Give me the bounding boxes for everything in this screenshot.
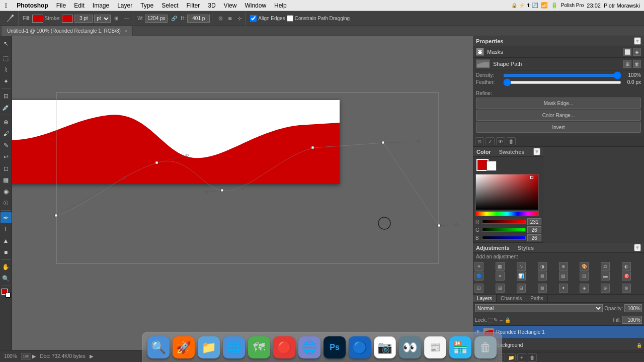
- path-arrange-icon[interactable]: ⊹: [235, 15, 244, 22]
- selective-color-icon[interactable]: 🎯: [622, 272, 631, 281]
- close-tab-icon[interactable]: ×: [125, 26, 127, 36]
- menu-layer[interactable]: Layer: [113, 0, 136, 11]
- align-edges-checkbox[interactable]: [250, 15, 257, 22]
- lock-transparent-icon[interactable]: ⬚: [488, 317, 493, 323]
- blend-mode-select[interactable]: NormalMultiplyScreen: [475, 304, 603, 312]
- crop-tool[interactable]: ⊡: [1, 90, 12, 102]
- color-spectrum[interactable]: [475, 174, 539, 210]
- density-slider[interactable]: [503, 74, 621, 77]
- g-value-input[interactable]: [527, 226, 541, 233]
- adj-icon-5[interactable]: ✦: [559, 284, 568, 293]
- color-lookup-icon[interactable]: 📊: [517, 272, 526, 281]
- lock-all-icon[interactable]: 🔒: [505, 317, 511, 323]
- gradient-tool[interactable]: ▦: [1, 174, 12, 186]
- dock-folder[interactable]: 📁: [198, 336, 220, 358]
- dock-globe[interactable]: 🌐: [223, 336, 245, 358]
- properties-collapse-btn[interactable]: ▼: [634, 37, 641, 45]
- foreground-background-colors[interactable]: [2, 289, 11, 298]
- paths-tab[interactable]: Paths: [526, 295, 548, 302]
- new-layer-btn[interactable]: +: [517, 353, 526, 361]
- delete-layer-btn[interactable]: 🗑: [528, 353, 537, 361]
- constrain-label[interactable]: Constrain Path Dragging: [287, 15, 350, 22]
- adj-icon-3[interactable]: ⊟: [517, 284, 526, 293]
- layers-tab[interactable]: Layers: [473, 295, 497, 302]
- lock-position-icon[interactable]: ↔: [499, 317, 504, 323]
- link-dimensions-icon[interactable]: 🔗: [169, 15, 179, 22]
- hand-tool[interactable]: ✋: [1, 261, 12, 273]
- new-group-btn[interactable]: 📁: [507, 353, 516, 361]
- adj-icon-4[interactable]: ⊠: [538, 284, 547, 293]
- warp-icon[interactable]: ≋: [226, 15, 234, 22]
- stroke-unit-select[interactable]: pt px: [94, 15, 111, 23]
- menu-3d[interactable]: 3D: [204, 0, 219, 11]
- enable-mask-btn[interactable]: 👁: [496, 137, 505, 145]
- add-pixel-mask-btn[interactable]: ⬜: [623, 48, 631, 56]
- blur-tool[interactable]: ◉: [1, 186, 12, 197]
- stroke-width-input[interactable]: [74, 15, 93, 23]
- move-tool[interactable]: ↖: [1, 38, 12, 49]
- eyedropper-tool[interactable]: 💉: [1, 102, 12, 113]
- shape-delete-btn[interactable]: 🗑: [633, 60, 641, 68]
- shape-tool[interactable]: ■: [1, 247, 12, 258]
- hue-slider[interactable]: [475, 211, 539, 216]
- dock-browser[interactable]: 🔵: [349, 336, 371, 358]
- black-white-icon[interactable]: ◐: [622, 262, 631, 271]
- quick-select-tool[interactable]: ✦: [1, 76, 12, 87]
- background-color-swatch[interactable]: [487, 161, 497, 171]
- dock-news[interactable]: 📰: [424, 336, 446, 358]
- width-input[interactable]: [145, 15, 168, 23]
- r-value-input[interactable]: [527, 218, 541, 225]
- adj-icon-6[interactable]: ◈: [580, 284, 589, 293]
- zoom-arrow-btn[interactable]: ▶: [32, 353, 36, 359]
- gradient-map-icon[interactable]: ▬: [601, 272, 610, 281]
- menu-image[interactable]: Image: [89, 0, 113, 11]
- menu-window[interactable]: Window: [240, 0, 270, 11]
- menu-photoshop[interactable]: Photoshop: [13, 0, 52, 11]
- dock-ball[interactable]: 🌐: [298, 336, 320, 358]
- dock-photos[interactable]: 📷: [374, 336, 396, 358]
- lock-pixels-icon[interactable]: ✎: [494, 317, 498, 323]
- menu-select[interactable]: Select: [157, 0, 182, 11]
- apply-mask-btn[interactable]: ✓: [486, 137, 495, 145]
- opacity-input[interactable]: [624, 304, 642, 312]
- constrain-checkbox[interactable]: [287, 15, 293, 22]
- canvas-area[interactable]: [12, 36, 473, 350]
- status-arrow-btn[interactable]: ▶: [90, 353, 94, 359]
- color-panel-collapse-btn[interactable]: ▼: [533, 148, 540, 155]
- dock-red-app[interactable]: 🔴: [273, 336, 295, 358]
- eraser-tool[interactable]: ◻: [1, 163, 12, 174]
- g-slider[interactable]: [482, 228, 526, 232]
- brush-tool[interactable]: 🖌: [1, 128, 12, 139]
- fill-input[interactable]: [622, 316, 642, 324]
- dock-quicklook[interactable]: 👀: [399, 336, 421, 358]
- posterize-icon[interactable]: ▤: [559, 272, 568, 281]
- zoom-box[interactable]: 100: [21, 353, 31, 360]
- clone-stamp-tool[interactable]: ✎: [1, 140, 12, 151]
- dodge-tool[interactable]: ☉: [1, 198, 12, 209]
- marquee-tool[interactable]: ⬚: [1, 53, 12, 64]
- stroke-color-swatch[interactable]: [62, 15, 73, 23]
- menu-help[interactable]: Help: [270, 0, 291, 11]
- fill-color-swatch[interactable]: [32, 15, 43, 23]
- curves-icon[interactable]: ∿: [517, 262, 526, 271]
- invert-btn[interactable]: Invert: [476, 122, 641, 133]
- delete-mask-btn[interactable]: 🗑: [507, 137, 516, 145]
- dock-photoshop[interactable]: Ps: [324, 336, 346, 358]
- hue-sat-icon[interactable]: 🎨: [580, 262, 589, 271]
- mask-edge-btn[interactable]: Mask Edge...: [476, 98, 641, 109]
- menu-filter[interactable]: Filter: [183, 0, 204, 11]
- add-vector-mask-btn[interactable]: ◈: [633, 48, 641, 56]
- feather-slider[interactable]: [503, 81, 621, 84]
- levels-icon[interactable]: ▦: [496, 262, 505, 271]
- adj-icon-8[interactable]: ⊗: [622, 284, 631, 293]
- align-edges-label[interactable]: Align Edges: [250, 15, 285, 22]
- color-balance-icon[interactable]: ⚖: [601, 262, 610, 271]
- adj-icon-7[interactable]: ⊕: [601, 284, 610, 293]
- adjustments-collapse-btn[interactable]: ▼: [634, 244, 641, 251]
- stroke-align-icon[interactable]: —: [122, 15, 131, 22]
- vibrance-icon[interactable]: ⊕: [559, 262, 568, 271]
- channels-tab[interactable]: Channels: [497, 295, 526, 302]
- r-slider[interactable]: [482, 220, 526, 224]
- dock-maps[interactable]: 🗺: [248, 336, 270, 358]
- adj-icon-1[interactable]: ⊡: [474, 284, 484, 293]
